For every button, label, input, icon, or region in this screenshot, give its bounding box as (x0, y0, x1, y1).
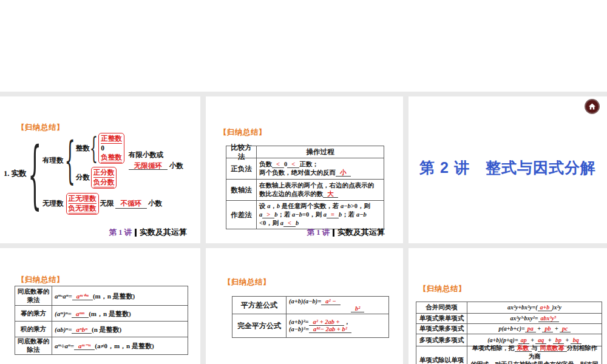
row-label-power-of-power: 幂的乘方 (15, 306, 52, 322)
row-value-number-line: 在数轴上表示的两个点，右边的点表示的 数比左边的点表示的数大 (257, 180, 384, 201)
square-formulas-table: 平方差公式 (a+b)(a−b)=a² − b² 完全平方公式 (a+b)²=a… (232, 296, 389, 338)
slide-footer: 第 1 讲 实数及其运算 (307, 227, 385, 238)
answer-negative-irrationals: 负无理数 (69, 204, 97, 214)
formula-line: aᵐ÷aⁿ=aᵐ⁻ⁿ(a≠0，m，n 是整数) (55, 342, 185, 350)
decimal-note-line2: 无限循环 小数 (129, 161, 183, 172)
row-label-subtraction: 作差法 (226, 201, 257, 229)
answer-positive-fractions: 正分数 (93, 168, 115, 178)
brace-small: { (89, 133, 97, 163)
formula-line: (a+b)²=a² + 2ab +， (289, 318, 386, 326)
integer-label: 整数 (76, 144, 90, 153)
fraction-label: 分数 (76, 173, 90, 182)
col-header-method: 比较方法 (226, 146, 257, 158)
lecture-title: 实数及其运算 (140, 227, 187, 238)
row-label-perfect-square: 完全平方公式 (232, 314, 287, 338)
power-rules-table: 同底数幂的乘法 aᵐ·aⁿ=aᵐ⁺ⁿ(m，n 是整数) 幂的乘方 (aᵐ)ⁿ=a… (15, 286, 188, 355)
row-value-monomial-divided-by-monomial: 单项式相除，把系数与同底数幂分别相除作为商 的因式，对于只在被除式里含有的字母，… (467, 346, 602, 364)
grid-gap-vertical-right (403, 92, 409, 364)
row-value-sign-method: 负数<0<正数； 两个负数，绝对值大的反而小 (257, 158, 384, 180)
row-value-power-of-product: (ab)ⁿ=aⁿbⁿ(n 是整数) (52, 322, 188, 337)
row-label-monomial-divided-by-monomial: 单项式除以单项式 (416, 346, 467, 364)
polynomial-operations-table: 合并同类项 ax²y+bx²y=(a+b)x²y 单项式乘单项式 ax²y³·b… (416, 302, 602, 364)
row-label-power-of-product: 积的乘方 (15, 322, 52, 337)
decimal-note-suffix: 小数 (168, 162, 183, 169)
footer-divider (135, 229, 137, 237)
formula-line: ax²y+bx²y=(a+b)x²y (507, 303, 561, 312)
home-button[interactable] (585, 99, 600, 114)
row-value-monomial-times-monomial: ax²y³·bxy²=abx³y⁵ (467, 314, 602, 324)
formula-line: (a−b)²=aᵇ²− 2ab + b² (289, 326, 386, 334)
text-line: 设 a，b 是任意两个实数，若 a−b>0，则 (259, 202, 381, 211)
row-value-power-of-power: (aᵐ)ⁿ=aᵐⁿ(m，n 是整数) (52, 306, 188, 322)
formula-line: aᵐ·aⁿ=aᵐ⁺ⁿ(m，n 是整数) (55, 292, 185, 300)
row-value-perfect-square: (a+b)²=a² + 2ab +， (a−b)²=aᵇ²− 2ab + b² (287, 314, 389, 338)
row-label-monomial-times-monomial: 单项式乘单项式 (416, 314, 467, 324)
rational-branch: 有理数 { 整数 { 正整数 0 负整数 (42, 133, 183, 189)
row-value-difference-of-squares: (a+b)(a−b)=a² − b² (287, 297, 389, 314)
slide-square-formulas[interactable]: 【归纳总结】 平方差公式 (a+b)(a−b)=a² − b² 完全平方公式 (… (206, 248, 403, 364)
irrational-mid-text: 无限 (100, 199, 114, 208)
chapter-title: 第 2 讲 整式与因式分解 (409, 158, 607, 178)
answer-negative-integers: 负整数 (101, 153, 122, 163)
decimal-note-line1: 有限小数或 (129, 150, 183, 161)
text-line: 两个负数，绝对值大的反而小 (259, 169, 381, 177)
row-label-combine-like-terms: 合并同类项 (416, 302, 467, 314)
text-line: <0，则 a<b (259, 219, 381, 228)
row-value-monomial-times-polynomial: p(a+b+c)=pa + pb + pc (467, 324, 602, 334)
row-label-same-base-divide: 同底数幂的除法 (15, 337, 52, 355)
grid-gap-horizontal-middle (0, 243, 607, 248)
slide-real-number-tree[interactable]: 【归纳总结】 1. 实数 { 有理数 { 整数 { 正整数 (0, 96, 200, 243)
answer-negative-fractions: 负分数 (93, 178, 115, 187)
rational-label: 有理数 (42, 156, 64, 165)
formula-line: (a+b)(a−b)=a² − (289, 298, 386, 306)
grid-gap-horizontal-top (0, 92, 607, 96)
row-value-combine-like-terms: ax²y+bx²y=(a+b)x²y (467, 302, 602, 314)
slide-polynomial-operations[interactable]: 【归纳总结】 合并同类项 ax²y+bx²y=(a+b)x²y 单项式乘单项式 … (409, 248, 607, 364)
decimal-note: 有限小数或 无限循环 小数 (129, 150, 183, 172)
slide-footer: 第 1 讲 实数及其运算 (109, 227, 188, 238)
row-value-subtraction: 设 a，b 是任意两个实数，若 a−b>0，则 a>b；若 a−b=0，则 a=… (257, 201, 384, 229)
home-icon (588, 102, 597, 111)
summary-label: 【归纳总结】 (219, 127, 266, 138)
formula-line: (a+b)(p+q)=ap + aq + bp + bq (487, 336, 582, 345)
formula-line: ax²y³·bxy²=abx³y⁵ (510, 314, 559, 323)
brace-medium: { (64, 136, 75, 186)
text-line: 单项式相除，把系数与同底数幂分别相除作为商 (469, 344, 600, 360)
zero-item: 0 (101, 144, 104, 153)
row-value-same-base-multiply: aᵐ·aⁿ=aᵐ⁺ⁿ(m，n 是整数) (52, 286, 188, 306)
irrational-suffix: 小数 (148, 199, 162, 208)
comparison-table: 比较方法 操作过程 正负法 负数<0<正数； 两个负数，绝对值大的反而小 数轴法… (226, 146, 384, 229)
footer-divider (333, 229, 334, 237)
tree-root-label: 1. 实数 (4, 169, 27, 179)
irrational-branch: 无理数 正无理数 负无理数 无限 不循环 小数 (42, 193, 183, 215)
slide-power-rules[interactable]: 【归纳总结】 同底数幂的乘法 aᵐ·aⁿ=aᵐ⁺ⁿ(m，n 是整数) 幂的乘方 … (0, 248, 200, 364)
summary-label: 【归纳总结】 (223, 277, 271, 288)
lecture-number: 第 1 讲 (307, 228, 330, 238)
row-label-polynomial-times-polynomial: 多项式乘多项式 (416, 334, 467, 346)
slide-chapter-title[interactable]: 第 2 讲 整式与因式分解 (409, 96, 607, 243)
row-label-same-base-multiply: 同底数幂的乘法 (15, 286, 52, 306)
summary-label: 【归纳总结】 (17, 275, 64, 285)
formula-line: p(a+b+c)=pa + pb + pc (498, 325, 570, 333)
text-line: 负数<0<正数； (259, 160, 381, 169)
text-line: 数比左边的点表示的数大 (259, 190, 381, 198)
text-line: 在数轴上表示的两个点，右边的点表示的 (259, 181, 381, 190)
row-label-difference-of-squares: 平方差公式 (232, 297, 287, 314)
lecture-title: 实数及其运算 (337, 227, 385, 238)
brace-large: { (28, 136, 41, 211)
irrational-answer-box: 正无理数 负无理数 (66, 193, 99, 215)
answer-positive-integers: 正整数 (101, 134, 122, 144)
formula-line: (aᵐ)ⁿ=aᵐⁿ(m，n 是整数) (55, 309, 185, 318)
summary-label: 【归纳总结】 (419, 284, 466, 294)
col-header-procedure: 操作过程 (257, 146, 384, 158)
row-label-sign-method: 正负法 (226, 158, 257, 180)
fraction-branch: 分数 正分数 负分数 (76, 167, 124, 189)
row-label-number-line: 数轴法 (226, 180, 257, 201)
row-value-same-base-divide: aᵐ÷aⁿ=aᵐ⁻ⁿ(a≠0，m，n 是整数) (52, 337, 188, 355)
fraction-answer-box: 正分数 负分数 (91, 167, 117, 189)
slide-comparison-methods[interactable]: 【归纳总结】 比较方法 操作过程 正负法 负数<0<正数； 两个负数，绝对值大的… (206, 96, 403, 243)
real-number-tree: 1. 实数 { 有理数 { 整数 { 正整数 0 (4, 133, 183, 215)
text-line: 的因式，对于只在被除式里含有的字母，则连同它 (469, 360, 600, 364)
answer-repeating: 无限循环 (129, 162, 168, 170)
irrational-label: 无理数 (42, 199, 64, 208)
